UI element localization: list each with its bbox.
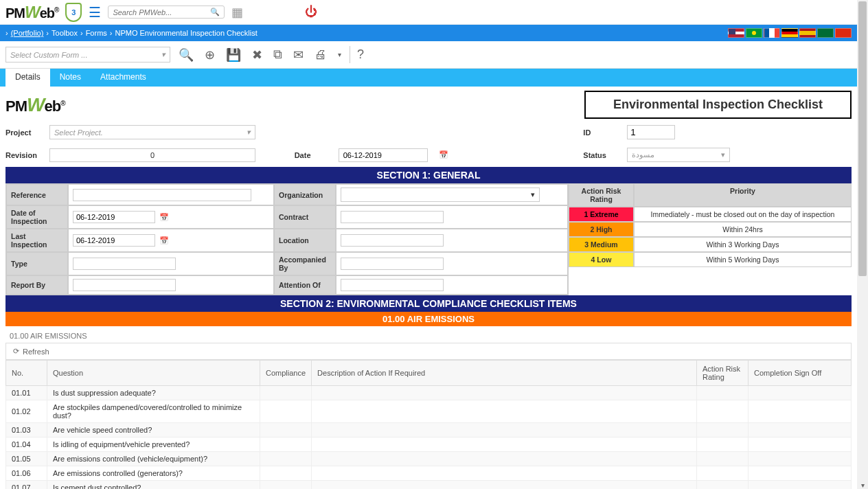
table-row[interactable]: 01.02Are stockpiles dampened/covered/con… [6,400,852,423]
status-label: Status [583,151,620,159]
delete-icon[interactable]: ✖ [249,46,265,64]
id-input[interactable] [627,125,675,139]
date-inspection-input[interactable] [73,211,155,223]
breadcrumb-forms: Forms [86,29,107,37]
revision-field[interactable]: 0 [49,148,255,162]
col-no[interactable]: No. [6,361,47,386]
refresh-icon[interactable]: ⟳ [13,347,19,356]
cell-compliance[interactable] [260,437,312,452]
add-icon[interactable]: ⊕ [202,46,218,64]
cell-compliance[interactable] [260,481,312,490]
table-row[interactable]: 01.05Are emissions controlled (vehicle/e… [6,452,852,466]
cell-description[interactable] [312,466,697,481]
table-row[interactable]: 01.06Are emissions controlled (generator… [6,466,852,481]
location-input[interactable] [341,234,444,247]
cell-rating[interactable] [697,452,749,466]
air-emissions-subtitle: 01.00 AIR EMISSIONS [5,329,852,343]
project-select[interactable]: Select Project.▾ [49,125,255,139]
flag-es[interactable] [799,28,816,38]
cell-compliance[interactable] [260,386,312,400]
cell-rating[interactable] [697,400,749,423]
cell-description[interactable] [312,452,697,466]
flag-cn[interactable] [835,28,852,38]
save-icon[interactable]: 💾 [223,46,244,64]
cell-signoff[interactable] [749,452,852,466]
refresh-button[interactable]: Refresh [23,348,49,356]
status-select[interactable]: مسودة▾ [627,148,730,162]
col-signoff[interactable]: Completion Sign Off [749,361,852,386]
cell-signoff[interactable] [749,466,852,481]
reference-input[interactable] [73,189,251,201]
search-input[interactable] [113,8,210,16]
section1-header: SECTION 1: GENERAL [5,167,852,183]
cell-signoff[interactable] [749,386,852,400]
hamburger-menu-icon[interactable]: ☰ [89,4,101,21]
cell-rating[interactable] [697,481,749,490]
cell-description[interactable] [312,481,697,490]
tab-notes[interactable]: Notes [50,69,91,87]
report-by-input[interactable] [73,279,176,291]
flag-br[interactable] [746,28,762,38]
cell-description[interactable] [312,400,697,423]
cell-signoff[interactable] [749,481,852,490]
tab-attachments[interactable]: Attachments [91,69,156,87]
flag-de[interactable] [781,28,798,38]
notification-shield[interactable]: 3 [65,3,82,22]
breadcrumb-portfolio[interactable]: (Portfolio) [11,29,44,37]
col-description[interactable]: Description of Action If Required [312,361,697,386]
cell-description[interactable] [312,386,697,400]
global-search[interactable]: 🔍 [108,5,225,19]
power-icon[interactable]: ⏻ [305,5,317,19]
cell-description[interactable] [312,423,697,437]
contract-input[interactable] [341,211,444,223]
accompanied-by-input[interactable] [341,258,444,270]
table-row[interactable]: 01.04Is idling of equipment/vehicle prev… [6,437,852,452]
cell-signoff[interactable] [749,423,852,437]
col-compliance[interactable]: Compliance [260,361,312,386]
cell-rating[interactable] [697,437,749,452]
email-icon[interactable]: ✉ [290,46,306,64]
col-rating[interactable]: Action Risk Rating [697,361,749,386]
help-icon[interactable]: ? [350,46,367,63]
search-icon[interactable]: 🔍 [210,8,220,16]
attention-of-label: Attention Of [274,275,336,295]
tab-details[interactable]: Details [5,69,50,87]
print-dropdown-icon[interactable]: ▾ [335,49,344,60]
risk-medium: 3 Medium [569,237,634,252]
cell-compliance[interactable] [260,400,312,423]
copy-icon[interactable]: ⧉ [271,46,285,63]
cell-no: 01.02 [6,400,47,423]
flag-fr[interactable] [764,28,780,38]
cell-rating[interactable] [697,466,749,481]
table-row[interactable]: 01.01Is dust suppression adequate? [6,386,852,400]
cell-compliance[interactable] [260,423,312,437]
attention-of-input[interactable] [341,279,444,291]
calendar-icon[interactable]: 📅 [439,150,448,159]
cell-compliance[interactable] [260,452,312,466]
search-tool-icon[interactable]: 🔍 [176,46,196,64]
flag-us[interactable] [728,28,744,38]
organization-select[interactable]: ▾ [341,187,540,202]
scroll-down-icon[interactable]: ▾ [857,481,868,489]
calendar-icon[interactable]: 📅 [159,236,169,245]
cell-signoff[interactable] [749,437,852,452]
scroll-thumb[interactable] [858,1,867,276]
cell-description[interactable] [312,437,697,452]
flag-sa[interactable] [817,28,834,38]
last-inspection-input[interactable] [73,234,155,247]
print-icon[interactable]: 🖨 [312,46,330,63]
cell-compliance[interactable] [260,466,312,481]
cell-signoff[interactable] [749,400,852,423]
col-question[interactable]: Question [47,361,260,386]
date-input[interactable] [339,148,428,162]
cell-rating[interactable] [697,423,749,437]
table-row[interactable]: 01.07Is cement dust controlled? [6,481,852,490]
apps-grid-icon[interactable]: ▦ [231,5,243,20]
type-input[interactable] [73,258,176,270]
document-title: Environmental Inspection Checklist [584,91,852,119]
table-row[interactable]: 01.03Are vehicle speed controlled? [6,423,852,437]
cell-rating[interactable] [697,386,749,400]
vertical-scrollbar[interactable]: ▴ ▾ [857,0,868,489]
custom-form-select[interactable]: Select Custom Form ...▾ [5,47,170,62]
calendar-icon[interactable]: 📅 [159,213,169,222]
